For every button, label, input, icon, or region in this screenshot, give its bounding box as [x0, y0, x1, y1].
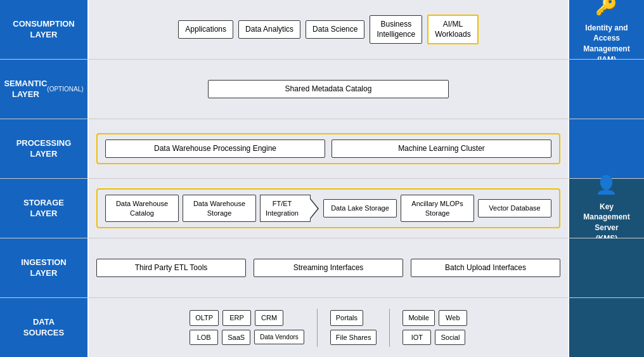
processing-row: PROCESSINGLAYER Data Warehouse Processin… [0, 119, 644, 179]
sources-row-3: Portals [330, 310, 377, 325]
divider-1 [317, 309, 318, 347]
third-party-etl-box: Third Party ETL Tools [96, 259, 246, 278]
processing-yellow-container: Data Warehouse Processing Engine Machine… [96, 133, 560, 165]
web-box: Web [439, 310, 467, 325]
consumption-row: CONSUMPTIONLAYER Applications Data Analy… [0, 0, 644, 60]
vector-database-box: Vector Database [478, 199, 551, 217]
ancillary-mlo-ps-box: Ancillary MLOPs Storage [401, 195, 474, 222]
divider-2 [389, 309, 390, 347]
saas-box: SaaS [222, 330, 250, 345]
sources-group-1: OLTP ERP CRM LOB SaaS Data Vendors [190, 310, 304, 345]
sources-row: DATASOURCES OLTP ERP CRM LOB SaaS Data V… [0, 298, 644, 357]
sources-row-6: IOT Social [402, 330, 467, 345]
storage-label: STORAGELAYER [0, 179, 89, 238]
data-lake-storage-box: Data Lake Storage [323, 199, 397, 217]
dw-processing-engine-box: Data Warehouse Processing Engine [105, 140, 325, 159]
consumption-boxes: Applications Data Analytics Data Science… [178, 15, 478, 44]
data-vendors-box: Data Vendors [254, 330, 304, 344]
architecture-diagram: CONSUMPTIONLAYER Applications Data Analy… [0, 0, 644, 357]
consumption-label: CONSUMPTIONLAYER [0, 0, 89, 59]
dw-storage-box: Data Warehouse Storage [183, 195, 256, 222]
sources-row-1: OLTP ERP CRM [190, 310, 304, 325]
sources-group-3: Mobile Web IOT Social [402, 310, 467, 345]
sources-boxes: OLTP ERP CRM LOB SaaS Data Vendors Porta… [96, 309, 560, 347]
ingestion-label: INGESTIONLAYER [0, 238, 89, 297]
semantic-row: SEMANTICLAYER(OPTIONAL) Shared Metadata … [0, 60, 644, 119]
processing-content: Data Warehouse Processing Engine Machine… [89, 119, 568, 178]
sources-row-2: LOB SaaS Data Vendors [190, 330, 304, 345]
ingestion-boxes: Third Party ETL Tools Streaming Interfac… [96, 259, 560, 278]
crm-box: CRM [255, 310, 283, 325]
semantic-content: Shared Metadata Catalog [89, 60, 568, 119]
streaming-interfaces-box: Streaming Interfaces [254, 259, 403, 278]
kms-panel: 👤 KeyManagementServer(KMS) [568, 179, 644, 238]
lob-box: LOB [190, 330, 218, 345]
ingestion-row: INGESTIONLAYER Third Party ETL Tools Str… [0, 238, 644, 298]
batch-upload-interfaces-box: Batch Upload Interfaces [411, 259, 560, 278]
processing-label: PROCESSINGLAYER [0, 119, 89, 178]
iam-label: Identity andAccessManagement(IAM) [583, 23, 629, 64]
iam-panel-2 [568, 60, 644, 119]
kms-panel-3 [568, 298, 644, 357]
data-science-box: Data Science [306, 20, 364, 39]
sources-label: DATASOURCES [0, 298, 89, 357]
sources-row-4: File Shares [330, 330, 377, 345]
erp-box: ERP [222, 310, 251, 325]
key-icon: 🔑 [583, 0, 629, 19]
iam-panel: 🔑 Identity andAccessManagement(IAM) [568, 0, 644, 59]
storage-row: STORAGELAYER Data Warehouse Catalog Data… [0, 179, 644, 238]
social-box: Social [435, 330, 465, 345]
consumption-content: Applications Data Analytics Data Science… [89, 0, 568, 59]
sources-content: OLTP ERP CRM LOB SaaS Data Vendors Porta… [89, 298, 568, 357]
storage-content: Data Warehouse Catalog Data Warehouse St… [89, 179, 568, 238]
data-analytics-box: Data Analytics [238, 20, 300, 39]
aiml-workloads-box: AI/MLWorkloads [427, 15, 478, 44]
ml-cluster-box: Machine Learning Cluster [332, 140, 551, 159]
ftet-box: FT/ETIntegration [260, 195, 311, 222]
kms-panel-2 [568, 238, 644, 297]
mobile-box: Mobile [402, 310, 434, 325]
shared-metadata-catalog-box: Shared Metadata Catalog [208, 80, 449, 99]
sources-group-2: Portals File Shares [330, 310, 377, 345]
person-icon: 👤 [583, 172, 629, 197]
iam-panel-3 [568, 119, 644, 178]
arrow-inner [310, 199, 318, 218]
dw-catalog-box: Data Warehouse Catalog [105, 195, 179, 222]
oltp-box: OLTP [190, 310, 219, 325]
iot-box: IOT [402, 330, 431, 345]
sources-row-5: Mobile Web [402, 310, 467, 325]
semantic-label: SEMANTICLAYER(OPTIONAL) [0, 60, 89, 119]
business-intelligence-box: BusinessIntelligence [370, 15, 422, 44]
storage-yellow-container: Data Warehouse Catalog Data Warehouse St… [96, 188, 560, 228]
kms-label: KeyManagementServer(KMS) [583, 202, 629, 243]
ingestion-content: Third Party ETL Tools Streaming Interfac… [89, 238, 568, 297]
ftet-arrow-wrapper: FT/ETIntegration [260, 195, 319, 222]
portals-box: Portals [330, 310, 363, 325]
file-shares-box: File Shares [330, 330, 377, 345]
applications-box: Applications [178, 20, 233, 39]
